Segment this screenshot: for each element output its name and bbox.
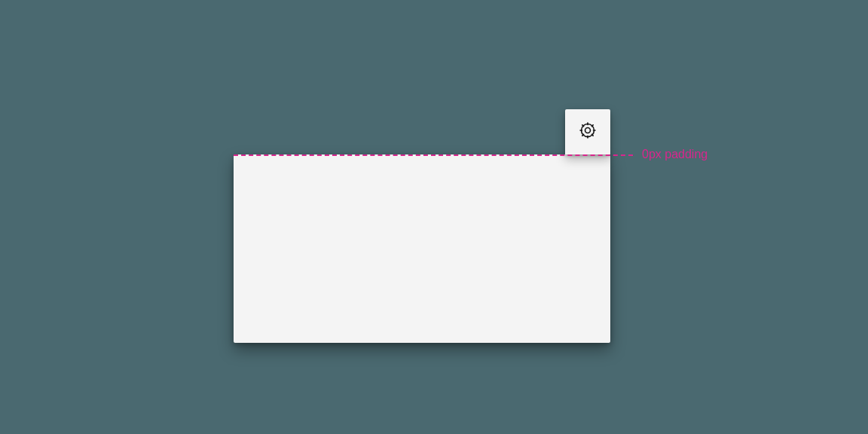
gear-icon: [578, 121, 598, 143]
padding-annotation: 0px padding: [642, 147, 708, 162]
svg-point-1: [582, 124, 594, 137]
svg-point-0: [585, 128, 591, 133]
diagram-stage: [234, 109, 610, 343]
padding-guide-line: [234, 154, 633, 156]
content-panel: [234, 154, 610, 343]
settings-tab[interactable]: [565, 109, 610, 154]
